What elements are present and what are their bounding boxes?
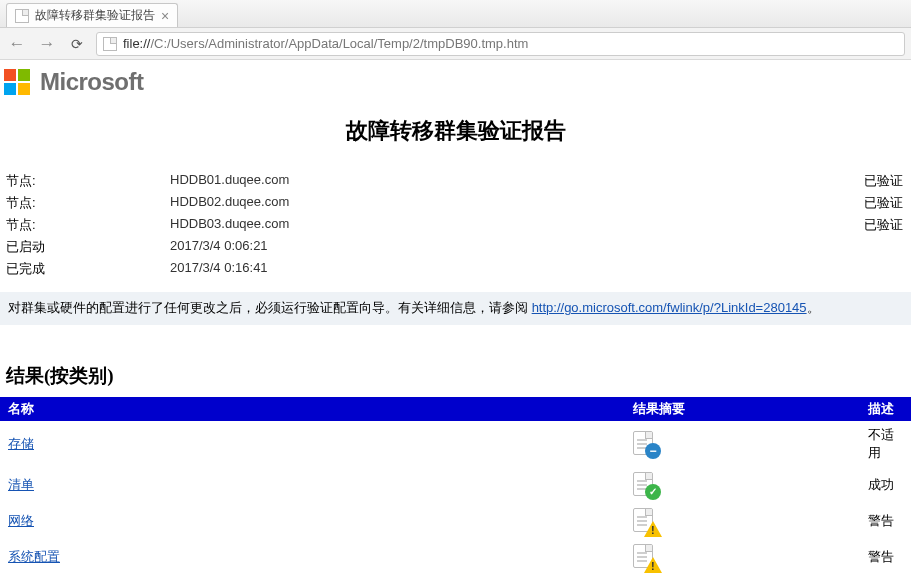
back-button[interactable]: ←: [6, 33, 28, 55]
table-row: 清单 成功: [0, 467, 911, 503]
col-summary: 结果摘要: [625, 397, 860, 421]
status-warning-icon: [633, 508, 659, 534]
url-text: file:///C:/Users/Administrator/AppData/L…: [123, 36, 528, 51]
meta-row: 节点: HDDB01.duqee.com 已验证: [0, 170, 911, 192]
url-path: /C:/Users/Administrator/AppData/Local/Te…: [150, 36, 528, 51]
category-link[interactable]: 清单: [8, 477, 34, 492]
microsoft-logo-icon: [4, 69, 30, 95]
meta-row: 已启动 2017/3/4 0:06:21: [0, 236, 911, 258]
meta-label: 节点:: [0, 170, 170, 192]
meta-value: HDDB03.duqee.com: [170, 214, 851, 236]
status-na-icon: [633, 431, 659, 457]
row-desc: 警告: [860, 503, 911, 539]
category-link[interactable]: 网络: [8, 513, 34, 528]
file-icon: [15, 9, 29, 23]
results-table: 名称 结果摘要 描述 存储 不适用 清单 成功 网络 警告 系统配置: [0, 397, 911, 575]
brand-name: Microsoft: [40, 68, 144, 96]
meta-label: 已启动: [0, 236, 170, 258]
table-row: 系统配置 警告: [0, 539, 911, 575]
row-desc: 成功: [860, 467, 911, 503]
close-icon[interactable]: ×: [161, 9, 169, 23]
forward-button[interactable]: →: [36, 33, 58, 55]
col-name: 名称: [0, 397, 625, 421]
meta-status: 已验证: [851, 214, 911, 236]
meta-table: 节点: HDDB01.duqee.com 已验证 节点: HDDB02.duqe…: [0, 170, 911, 280]
meta-row: 已完成 2017/3/4 0:16:41: [0, 258, 911, 280]
address-bar[interactable]: file:///C:/Users/Administrator/AppData/L…: [96, 32, 905, 56]
notice-link[interactable]: http://go.microsoft.com/fwlink/p/?LinkId…: [532, 300, 807, 315]
brand-header: Microsoft: [0, 60, 911, 106]
category-link[interactable]: 系统配置: [8, 549, 60, 564]
meta-value: HDDB02.duqee.com: [170, 192, 851, 214]
table-row: 存储 不适用: [0, 421, 911, 467]
notice-box: 对群集或硬件的配置进行了任何更改之后，必须运行验证配置向导。有关详细信息，请参阅…: [0, 292, 911, 325]
tab-title: 故障转移群集验证报告: [35, 7, 155, 24]
table-header-row: 名称 结果摘要 描述: [0, 397, 911, 421]
address-toolbar: ← → ⟳ file:///C:/Users/Administrator/App…: [0, 28, 911, 60]
meta-label: 节点:: [0, 214, 170, 236]
meta-label: 节点:: [0, 192, 170, 214]
meta-label: 已完成: [0, 258, 170, 280]
reload-button[interactable]: ⟳: [66, 33, 88, 55]
browser-tab[interactable]: 故障转移群集验证报告 ×: [6, 3, 178, 27]
meta-value: HDDB01.duqee.com: [170, 170, 851, 192]
meta-value: 2017/3/4 0:06:21: [170, 236, 851, 258]
meta-status: 已验证: [851, 170, 911, 192]
browser-tab-bar: 故障转移群集验证报告 ×: [0, 0, 911, 28]
row-desc: 警告: [860, 539, 911, 575]
category-link[interactable]: 存储: [8, 436, 34, 451]
page-content: Microsoft 故障转移群集验证报告 节点: HDDB01.duqee.co…: [0, 60, 911, 575]
meta-row: 节点: HDDB02.duqee.com 已验证: [0, 192, 911, 214]
meta-status: [851, 236, 911, 258]
meta-status: 已验证: [851, 192, 911, 214]
table-row: 网络 警告: [0, 503, 911, 539]
notice-text-end: 。: [807, 300, 820, 315]
meta-status: [851, 258, 911, 280]
notice-text: 对群集或硬件的配置进行了任何更改之后，必须运行验证配置向导。有关详细信息，请参阅: [8, 300, 532, 315]
meta-row: 节点: HDDB03.duqee.com 已验证: [0, 214, 911, 236]
status-success-icon: [633, 472, 659, 498]
section-title: 结果(按类别): [6, 363, 911, 389]
file-icon: [103, 37, 117, 51]
row-desc: 不适用: [860, 421, 911, 467]
url-scheme: file://: [123, 36, 150, 51]
col-desc: 描述: [860, 397, 911, 421]
meta-value: 2017/3/4 0:16:41: [170, 258, 851, 280]
status-warning-icon: [633, 544, 659, 570]
page-title: 故障转移群集验证报告: [0, 116, 911, 146]
